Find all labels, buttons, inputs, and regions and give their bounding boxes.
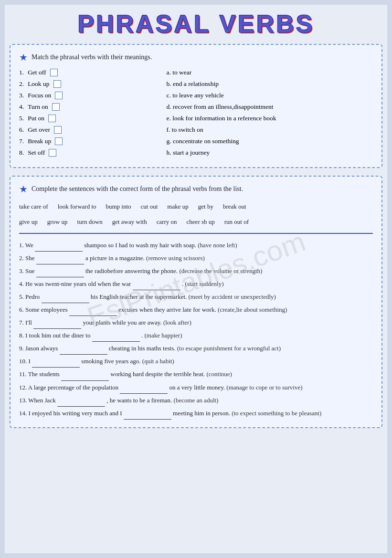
sentence-number-8: 8. I took him out the diner to <box>19 332 92 339</box>
verb-item-4: 4. Turn on <box>19 103 157 111</box>
sentence-number-4: 4. He was twent-nine years old when the … <box>19 280 133 287</box>
meaning-letter-a: a. <box>166 69 172 76</box>
verb-number-1: 1. <box>19 69 24 76</box>
word-6: get by <box>198 200 213 213</box>
section2-box: ★ Complete the sentences with the correc… <box>10 176 382 428</box>
blank-3[interactable] <box>36 265 84 277</box>
meaning-item-a: a. to wear <box>166 69 373 76</box>
blank-10[interactable] <box>32 356 80 368</box>
sentence-6: 6. Some employees excuses when they arri… <box>19 304 373 316</box>
checkbox-4[interactable] <box>52 103 60 111</box>
sentence-number-3: 3. Sue <box>19 267 36 274</box>
blank-7[interactable] <box>33 317 81 329</box>
verb-item-8: 8. Set off <box>19 149 157 157</box>
sentence-text-11: working hard despite the terrible heat. … <box>110 370 232 378</box>
word-bank-row1: take care of look forward to bump into c… <box>19 200 373 213</box>
meaning-item-h: h. start a journey <box>166 149 373 157</box>
section1-instruction: Match the phrasal verbs with their meani… <box>32 53 152 61</box>
word-1: take care of <box>19 200 48 213</box>
verb-item-5: 5. Put on <box>19 115 157 122</box>
blank-13[interactable] <box>57 395 105 407</box>
meaning-text-d: recover from an illness,disappointment <box>173 103 274 110</box>
sentence-text-5: his English teacher at the supermarket. … <box>91 293 276 300</box>
sentence-text-13: , he wants to be a fireman. (become an a… <box>106 397 218 404</box>
meaning-text-h: start a journey <box>173 149 210 156</box>
meaning-item-e: e. look for information in a reference b… <box>166 115 373 122</box>
verb-item-2: 2. Look up <box>19 80 157 88</box>
verb-label-2: Look up <box>28 80 49 88</box>
sentence-number-10: 10. I <box>19 358 32 365</box>
page: PHRASAL VERBS ★ Match the phrasal verbs … <box>5 5 387 553</box>
sentence-number-13: 13. When Jack <box>19 397 57 404</box>
blank-9[interactable] <box>60 343 107 355</box>
sentence-text-9: cheating in his maths tests. (to escape … <box>109 345 281 352</box>
sentence-number-14: 14. I enjoyed his writing very much and … <box>19 410 124 417</box>
verb-label-6: Get over <box>28 126 50 134</box>
blank-12[interactable] <box>120 382 168 394</box>
verb-label-5: Put on <box>28 115 44 122</box>
blank-11[interactable] <box>61 368 109 380</box>
section1-header: ★ Match the phrasal verbs with their mea… <box>19 52 373 63</box>
sentence-text-2: a picture in a magazine. (remove using s… <box>85 254 205 262</box>
word-2: look forward to <box>58 200 96 213</box>
verb-label-8: Set off <box>28 149 45 157</box>
meaning-letter-e: e. <box>166 115 172 122</box>
sentence-7: 7. I'll your plants while you are away. … <box>19 317 373 329</box>
verb-number-3: 3. <box>19 92 24 99</box>
star-icon-2: ★ <box>19 183 28 195</box>
verb-number-8: 8. <box>19 149 24 157</box>
meaning-item-f: f. to switch on <box>166 126 373 134</box>
verb-number-5: 5. <box>19 115 24 122</box>
sentence-number-5: 5. Pedro <box>19 293 42 300</box>
sentence-list: 1. We shampoo so I had to wash my hair w… <box>19 240 373 420</box>
meaning-letter-b: b. <box>166 80 173 87</box>
section-divider <box>19 233 373 234</box>
sentence-3: 3. Sue the radiobefore answering the pho… <box>19 265 373 277</box>
checkbox-6[interactable] <box>54 126 62 134</box>
meaning-letter-c: c. <box>166 92 172 99</box>
meaning-text-f: to switch on <box>172 126 203 133</box>
word-9: grow up <box>47 216 68 228</box>
sentence-9: 9. Jason always cheating in his maths te… <box>19 343 373 355</box>
sentence-2: 2. She a picture in a magazine. (remove … <box>19 253 373 264</box>
section2-instruction: Complete the sentences with the correct … <box>32 185 243 193</box>
checkbox-7[interactable] <box>55 137 63 145</box>
checkbox-8[interactable] <box>49 149 56 157</box>
checkbox-3[interactable] <box>55 92 63 99</box>
word-12: carry on <box>157 216 177 228</box>
meaning-text-e: look for information in a reference book <box>172 115 276 122</box>
verb-label-7: Break up <box>28 137 51 145</box>
meaning-text-a: to wear <box>172 69 191 76</box>
sentence-number-7: 7. I'll <box>19 319 33 326</box>
meaning-item-g: g. concentrate on something <box>166 137 373 145</box>
sentence-text-12: on a very little money. (manage to cope … <box>170 384 303 391</box>
verb-number-2: 2. <box>19 80 24 88</box>
match-grid: 1. Get off 2. Look up 3. Focus on 4. Tur… <box>19 69 373 160</box>
sentence-13: 13. When Jack , he wants to be a fireman… <box>19 395 373 407</box>
sentence-number-6: 6. Some employees <box>19 306 69 313</box>
word-13: cheer sb up <box>187 216 215 228</box>
checkbox-5[interactable] <box>48 115 56 122</box>
sentence-text-6: excuses when they arrive late for work. … <box>118 306 287 313</box>
checkbox-1[interactable] <box>50 69 58 76</box>
checkbox-2[interactable] <box>53 80 61 88</box>
blank-4[interactable] <box>133 278 180 290</box>
word-bank-row2: give up grow up turn down get away with … <box>19 216 373 228</box>
word-8: give up <box>19 216 38 228</box>
match-right-column: a. to wear b. end a relationship c. to l… <box>166 69 373 160</box>
blank-8[interactable] <box>92 330 140 342</box>
meaning-letter-g: g. <box>166 137 173 145</box>
page-title: PHRASAL VERBS <box>10 10 382 38</box>
word-7: break out <box>223 200 246 213</box>
blank-5[interactable] <box>42 291 89 303</box>
blank-6[interactable] <box>69 304 117 316</box>
word-14: run out of <box>224 216 249 228</box>
word-bank: take care of look forward to bump into c… <box>19 200 373 228</box>
verb-label-3: Focus on <box>28 92 51 99</box>
sentence-number-9: 9. Jason always <box>19 345 60 352</box>
meaning-text-b: end a relationship <box>173 80 219 87</box>
blank-14[interactable] <box>124 408 171 420</box>
meaning-text-g: concentrate on something <box>173 137 239 145</box>
blank-1[interactable] <box>35 240 83 252</box>
blank-2[interactable] <box>36 253 84 264</box>
